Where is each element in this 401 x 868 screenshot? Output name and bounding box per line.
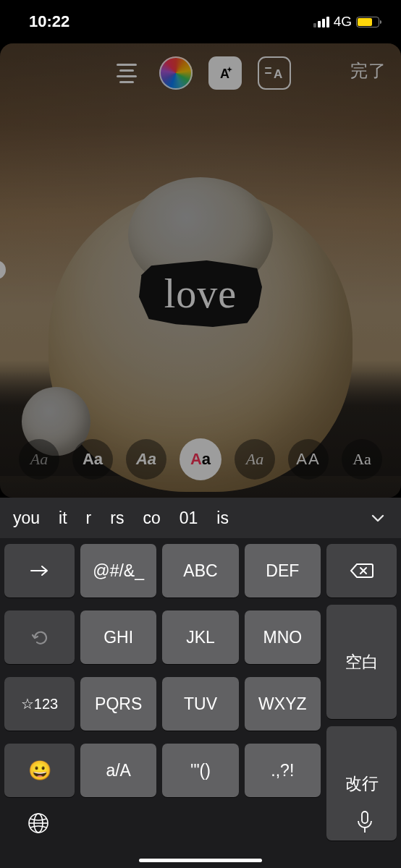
align-center-icon bbox=[117, 64, 137, 83]
key-delete[interactable] bbox=[326, 544, 397, 597]
key-num[interactable]: ☆123 bbox=[4, 677, 75, 731]
key-tuv[interactable]: TUV bbox=[162, 677, 238, 731]
text-background-button[interactable]: A bbox=[258, 56, 291, 90]
svg-text:A: A bbox=[220, 67, 229, 81]
suggestion-5[interactable]: co bbox=[143, 509, 160, 528]
text-scribble-bg: love bbox=[139, 260, 262, 327]
key-pqrs[interactable]: PQRS bbox=[80, 677, 156, 731]
key-mno[interactable]: MNO bbox=[245, 610, 321, 664]
sparkle-a-icon: A bbox=[215, 63, 235, 83]
key-undo[interactable] bbox=[4, 610, 75, 664]
arrow-right-icon bbox=[29, 564, 51, 577]
status-right: 4G bbox=[313, 14, 379, 30]
key-space[interactable]: 空白 bbox=[326, 605, 397, 719]
globe-icon bbox=[26, 811, 51, 835]
suggestion-2[interactable]: it bbox=[59, 509, 67, 528]
microphone-icon bbox=[355, 809, 375, 837]
suggestion-collapse-button[interactable] bbox=[362, 502, 394, 534]
key-emoji[interactable]: 😀 bbox=[4, 744, 75, 797]
dictation-button[interactable] bbox=[355, 809, 375, 840]
text-align-button[interactable] bbox=[110, 56, 143, 90]
font-style-6[interactable]: AA bbox=[288, 439, 329, 480]
text-value: love bbox=[164, 271, 237, 317]
key-case[interactable]: a/A bbox=[80, 744, 156, 797]
chevron-down-icon bbox=[370, 510, 386, 526]
undo-icon bbox=[30, 628, 49, 647]
suggestion-3[interactable]: r bbox=[86, 509, 92, 528]
bg-a-icon: A bbox=[263, 65, 285, 81]
key-quotes[interactable]: '"() bbox=[162, 744, 238, 797]
text-sticker[interactable]: love bbox=[139, 260, 262, 327]
clock: 10:22 bbox=[29, 12, 69, 31]
delete-icon bbox=[350, 562, 374, 579]
key-punct[interactable]: .,?! bbox=[245, 744, 321, 797]
cellular-signal-icon bbox=[313, 17, 329, 27]
font-style-5[interactable]: Aa bbox=[235, 439, 275, 480]
key-next[interactable] bbox=[4, 544, 75, 597]
key-symbols[interactable]: @#/&_ bbox=[80, 544, 156, 597]
keyboard-bottom-bar bbox=[0, 794, 401, 868]
suggestion-7[interactable]: is bbox=[216, 509, 229, 528]
svg-text:A: A bbox=[274, 67, 282, 81]
suggestion-1[interactable]: you bbox=[13, 509, 40, 528]
story-canvas[interactable]: A A 完了 love Aa Aa Aa Aa Aa AA Aa bbox=[0, 43, 401, 498]
key-def[interactable]: DEF bbox=[245, 544, 321, 597]
font-style-4-selected[interactable]: Aa bbox=[180, 438, 221, 480]
key-jkl[interactable]: JKL bbox=[162, 610, 238, 664]
emoji-icon: 😀 bbox=[28, 760, 51, 782]
keyboard: @#/&_ ABC DEF GHI JKL MNO ☆123 PQRS TUV … bbox=[0, 538, 401, 868]
key-wxyz[interactable]: WXYZ bbox=[245, 677, 321, 731]
status-bar: 10:22 4G bbox=[0, 0, 401, 43]
suggestion-4[interactable]: rs bbox=[110, 509, 124, 528]
font-style-7[interactable]: Aa bbox=[342, 439, 382, 480]
network-label: 4G bbox=[334, 14, 352, 30]
font-style-carousel[interactable]: Aa Aa Aa Aa Aa AA Aa bbox=[0, 438, 401, 480]
globe-button[interactable] bbox=[26, 811, 51, 838]
done-button[interactable]: 完了 bbox=[350, 59, 387, 82]
battery-icon bbox=[356, 17, 379, 27]
text-effects-button[interactable]: A bbox=[208, 56, 242, 90]
color-picker-button[interactable] bbox=[159, 56, 193, 90]
font-style-3[interactable]: Aa bbox=[126, 439, 166, 480]
key-ghi[interactable]: GHI bbox=[80, 610, 156, 664]
font-style-1[interactable]: Aa bbox=[19, 439, 59, 480]
home-indicator[interactable] bbox=[139, 859, 262, 862]
keyboard-suggestion-bar: you it r rs co 01 is bbox=[0, 498, 401, 538]
font-style-2[interactable]: Aa bbox=[72, 439, 113, 480]
text-toolbar: A A bbox=[0, 56, 401, 90]
suggestion-6[interactable]: 01 bbox=[180, 509, 198, 528]
key-abc[interactable]: ABC bbox=[162, 544, 238, 597]
svg-rect-7 bbox=[362, 812, 368, 823]
